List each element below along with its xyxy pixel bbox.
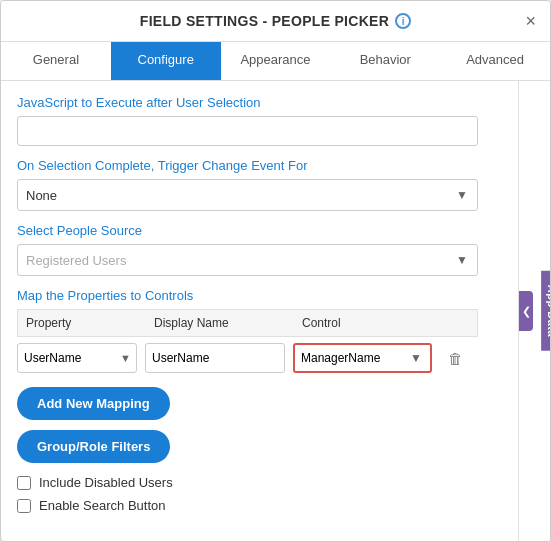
control-select[interactable]: ManagerName — [293, 343, 432, 373]
control-select-wrapper: ManagerName ▼ — [293, 343, 432, 373]
trigger-label: On Selection Complete, Trigger Change Ev… — [17, 158, 478, 173]
tab-appearance[interactable]: Appearance — [221, 42, 331, 80]
tab-advanced[interactable]: Advanced — [440, 42, 550, 80]
map-row: UserName ▼ ManagerName ▼ 🗑 — [17, 337, 478, 379]
map-label: Map the Properties to Controls — [17, 288, 478, 303]
trigger-select[interactable]: None — [17, 179, 478, 211]
property-select-wrapper: UserName ▼ — [17, 343, 137, 373]
property-select[interactable]: UserName — [17, 343, 137, 373]
tab-behavior[interactable]: Behavior — [330, 42, 440, 80]
col-property: Property — [26, 316, 146, 330]
source-label: Select People Source — [17, 223, 478, 238]
map-table-header: Property Display Name Control — [17, 309, 478, 337]
tab-configure[interactable]: Configure — [111, 42, 221, 80]
tab-general[interactable]: General — [1, 42, 111, 80]
enable-search-row: Enable Search Button — [17, 498, 478, 513]
trigger-select-wrapper: None ▼ — [17, 179, 478, 211]
source-select[interactable]: Registered Users — [17, 244, 478, 276]
source-select-wrapper: Registered Users ▼ — [17, 244, 478, 276]
js-label: JavaScript to Execute after User Selecti… — [17, 95, 478, 110]
right-panel: ❮ App Data — [518, 81, 550, 541]
delete-row-button[interactable]: 🗑 — [440, 348, 470, 369]
enable-search-label: Enable Search Button — [39, 498, 165, 513]
group-role-button[interactable]: Group/Role Filters — [17, 430, 170, 463]
collapse-button[interactable]: ❮ — [519, 291, 533, 331]
include-disabled-checkbox[interactable] — [17, 476, 31, 490]
close-button[interactable]: × — [525, 12, 536, 30]
col-control: Control — [302, 316, 469, 330]
modal-header: FIELD SETTINGS - PEOPLE PICKER i × — [1, 1, 550, 42]
modal-content-area: JavaScript to Execute after User Selecti… — [1, 81, 550, 541]
app-data-tab[interactable]: App Data — [541, 271, 551, 351]
modal-title: FIELD SETTINGS - PEOPLE PICKER — [140, 13, 389, 29]
enable-search-checkbox[interactable] — [17, 499, 31, 513]
col-display-name: Display Name — [154, 316, 294, 330]
display-name-input[interactable] — [145, 343, 285, 373]
include-disabled-row: Include Disabled Users — [17, 475, 478, 490]
add-mapping-button[interactable]: Add New Mapping — [17, 387, 170, 420]
js-input[interactable] — [17, 116, 478, 146]
include-disabled-label: Include Disabled Users — [39, 475, 173, 490]
info-icon[interactable]: i — [395, 13, 411, 29]
main-content: JavaScript to Execute after User Selecti… — [1, 81, 518, 541]
tab-bar: General Configure Appearance Behavior Ad… — [1, 42, 550, 81]
modal-container: FIELD SETTINGS - PEOPLE PICKER i × Gener… — [0, 0, 551, 542]
